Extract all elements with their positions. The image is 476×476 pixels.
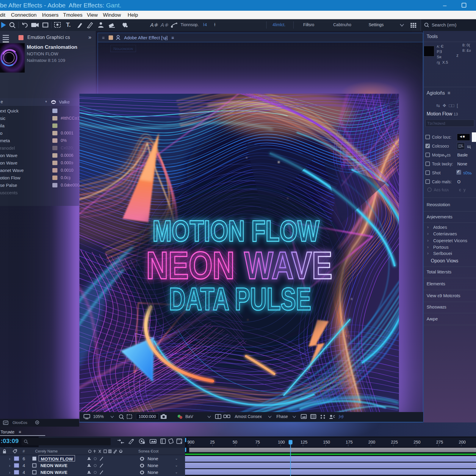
svg-text:MOTION FLOW: MOTION FLOW bbox=[153, 214, 320, 248]
svg-text:DATA PULSE: DATA PULSE bbox=[169, 281, 311, 317]
